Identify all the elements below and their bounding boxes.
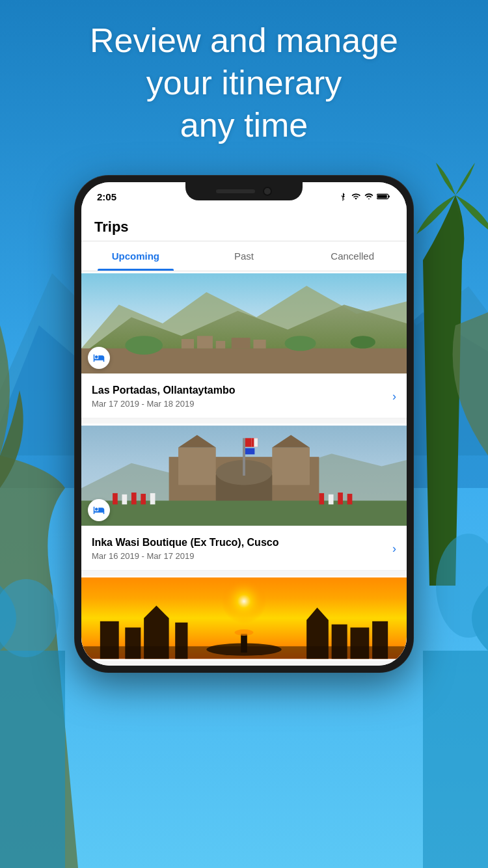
svg-rect-29: [81, 500, 407, 525]
hero-line2: your itinerary: [146, 64, 342, 102]
trip2-chevron-icon: ›: [392, 542, 396, 556]
trip1-dates: Mar 17 2019 - Mar 18 2019: [92, 399, 236, 409]
hero-line1: Review and manage: [90, 21, 398, 59]
svg-rect-30: [113, 493, 118, 504]
svg-rect-37: [338, 493, 343, 504]
svg-rect-7: [377, 195, 387, 198]
trip1-info[interactable]: Las Portadas, Ollantaytambo Mar 17 2019 …: [81, 375, 407, 418]
trip-image-1: [81, 271, 407, 375]
phone-mockup: 2:05: [75, 176, 413, 672]
wifi-icon: [351, 192, 361, 201]
tab-upcoming[interactable]: Upcoming: [81, 241, 190, 271]
svg-rect-32: [131, 493, 137, 504]
svg-rect-38: [347, 494, 353, 504]
trip1-details: Las Portadas, Ollantaytambo Mar 17 2019 …: [92, 385, 236, 409]
phone-outer-frame: 2:05: [75, 176, 413, 672]
trip-image-2: [81, 424, 407, 528]
svg-rect-14: [216, 341, 225, 349]
trip2-dates: Mar 16 2019 - Mar 17 2019: [92, 551, 278, 561]
tabs-row: Upcoming Past Cancelled: [81, 241, 407, 271]
trip-card-3[interactable]: [81, 576, 407, 660]
svg-rect-16: [253, 340, 265, 348]
trip1-name: Las Portadas, Ollantaytambo: [92, 385, 236, 396]
trip2-hotel-badge: [88, 499, 110, 521]
status-icons: [338, 192, 391, 201]
trip2-info[interactable]: Inka Wasi Boutique (Ex Truco), Cusco Mar…: [81, 528, 407, 571]
svg-rect-42: [252, 438, 254, 446]
svg-rect-13: [197, 336, 213, 348]
svg-rect-31: [122, 495, 128, 504]
svg-point-19: [350, 336, 375, 348]
svg-rect-35: [319, 493, 324, 504]
signal-icon: [364, 192, 373, 201]
trip2-details: Inka Wasi Boutique (Ex Truco), Cusco Mar…: [92, 537, 278, 561]
svg-rect-15: [232, 338, 251, 348]
svg-point-18: [285, 336, 316, 351]
trip2-name: Inka Wasi Boutique (Ex Truco), Cusco: [92, 537, 278, 549]
notch-camera: [263, 187, 272, 196]
tab-cancelled[interactable]: Cancelled: [298, 241, 407, 271]
trip-image-3: [81, 576, 407, 660]
trip1-hotel-badge: [88, 347, 110, 369]
trips-list: Las Portadas, Ollantaytambo Mar 17 2019 …: [81, 271, 407, 666]
svg-rect-39: [243, 438, 245, 476]
notch: [185, 182, 303, 200]
tab-past[interactable]: Past: [190, 241, 299, 271]
svg-rect-6: [388, 196, 390, 198]
app-title: Trips: [94, 219, 394, 236]
notch-speaker: [216, 189, 255, 193]
svg-point-17: [125, 336, 163, 355]
svg-rect-24: [272, 448, 310, 485]
phone-screen: 2:05: [81, 182, 407, 666]
trip1-chevron-icon: ›: [392, 390, 396, 403]
svg-rect-59: [81, 646, 407, 658]
svg-rect-33: [141, 494, 146, 504]
battery-icon: [377, 193, 391, 200]
svg-rect-43: [245, 448, 254, 455]
status-bar: 2:05: [81, 182, 407, 211]
trip-card-2[interactable]: Inka Wasi Boutique (Ex Truco), Cusco Mar…: [81, 424, 407, 571]
hero-line3: any time: [180, 106, 308, 144]
svg-rect-12: [182, 339, 194, 348]
svg-rect-34: [150, 493, 156, 504]
trip-card-1[interactable]: Las Portadas, Ollantaytambo Mar 17 2019 …: [81, 271, 407, 418]
bluetooth-icon: [338, 192, 347, 201]
hero-text: Review and manage your itinerary any tim…: [0, 20, 488, 146]
app-header: Trips: [81, 211, 407, 241]
status-time: 2:05: [97, 191, 116, 202]
svg-rect-11: [81, 348, 407, 373]
svg-rect-36: [329, 495, 334, 504]
svg-point-58: [235, 629, 254, 636]
svg-rect-23: [178, 448, 216, 485]
